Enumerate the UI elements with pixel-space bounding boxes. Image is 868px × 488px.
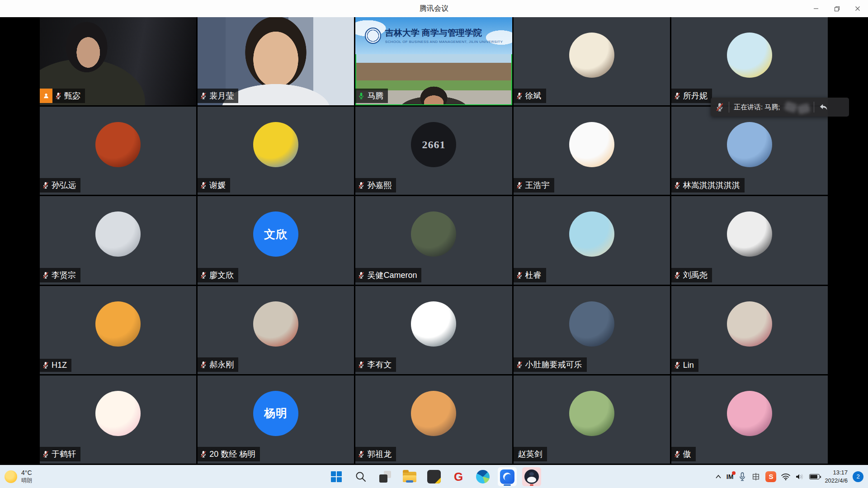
clock-date: 2022/4/6 (825, 477, 848, 485)
participant-namebar: 于鹤轩 (40, 447, 80, 461)
participant-tile[interactable]: 于鹤轩 (40, 375, 196, 464)
reply-arrow-button[interactable] (819, 103, 829, 112)
participant-avatar (95, 211, 141, 257)
participant-tile[interactable]: 吴健Cameron (355, 196, 512, 284)
participant-tile[interactable]: 吉林大学商学与管理学院SCHOOL OF BUSINESS AND MANAGE… (355, 17, 512, 105)
window-title: 腾讯会议 (420, 4, 448, 14)
edge-browser-button[interactable] (473, 467, 492, 486)
sogou-input-button[interactable]: S (765, 471, 776, 482)
participant-namebar: 徐斌 (514, 89, 546, 103)
participant-name: 杜睿 (525, 270, 542, 281)
participant-tile[interactable]: 杨明 20 数经 杨明 (198, 375, 354, 464)
participant-avatar (411, 301, 456, 347)
battery-button[interactable] (809, 474, 820, 479)
notes-app-button[interactable] (425, 467, 443, 486)
participant-avatar (253, 301, 298, 347)
participant-name: 小肚腩要戒可乐 (525, 359, 582, 370)
participant-avatar (727, 211, 772, 257)
close-icon (855, 6, 860, 11)
weather-desc: 晴朗 (21, 477, 32, 484)
participant-tile[interactable]: 郭祖龙 (355, 375, 512, 464)
participant-avatar (569, 211, 614, 257)
participant-tile[interactable]: 王浩宇 (514, 107, 670, 195)
hidden-icons-button[interactable] (715, 474, 722, 479)
wifi-button[interactable] (781, 473, 790, 480)
red-g-app-button[interactable]: G (449, 467, 468, 486)
restore-icon (834, 6, 840, 12)
tencent-meeting-app-button[interactable] (498, 467, 517, 486)
participant-tile[interactable]: H1Z (40, 286, 196, 374)
mic-muted-icon (42, 361, 49, 369)
participant-name: Lin (683, 361, 694, 370)
participant-name: 甄宓 (64, 90, 80, 101)
participant-namebar: 所丹妮 (671, 89, 712, 103)
participant-name: 林嵩淇淇淇淇淇 (683, 180, 740, 191)
participant-tile[interactable]: 林嵩淇淇淇淇淇 (671, 107, 828, 195)
participant-namebar: 王浩宇 (514, 178, 554, 192)
participant-tile[interactable]: 徐斌 (514, 17, 670, 105)
participant-tile[interactable]: 2661 孙嘉熙 (355, 107, 512, 195)
tencent-meeting-icon (500, 469, 514, 484)
mic-muted-icon (358, 182, 365, 189)
mic-muted-icon (42, 272, 49, 279)
close-button[interactable] (847, 0, 868, 17)
participant-tile[interactable]: 谢媛 (198, 107, 354, 195)
participant-avatar (253, 122, 298, 167)
mic-muted-icon (516, 361, 523, 368)
participant-tile[interactable]: 傲 (671, 375, 828, 464)
participant-avatar (95, 391, 141, 436)
participant-namebar: H1Z (40, 359, 71, 372)
mic-muted-icon (674, 361, 681, 369)
minimize-button[interactable] (806, 0, 826, 17)
restore-button[interactable] (826, 0, 847, 17)
participant-tile[interactable]: 小肚腩要戒可乐 (514, 286, 670, 374)
participant-name: 20 数经 杨明 (209, 449, 255, 460)
notification-count-badge[interactable]: 2 (853, 471, 863, 482)
mic-muted-icon (358, 361, 365, 368)
task-view-button[interactable] (376, 467, 395, 486)
volume-button[interactable] (795, 473, 804, 480)
minimize-icon (813, 6, 819, 11)
participant-avatar (569, 33, 614, 78)
tray-clock[interactable]: 13:17 2022/4/6 (825, 469, 848, 484)
participant-tile[interactable]: Lin (671, 286, 828, 374)
search-button[interactable] (351, 467, 370, 486)
microphone-in-use-button[interactable] (738, 472, 746, 481)
system-tray: IM S (715, 465, 863, 488)
participant-name: 吴健Cameron (367, 270, 417, 281)
volume-icon (795, 473, 804, 480)
participant-name: H1Z (52, 361, 67, 370)
input-method-icon (751, 472, 760, 481)
participant-tile[interactable]: 李贤宗 (40, 196, 196, 284)
mic-muted-icon (200, 361, 207, 368)
participant-tile[interactable]: 杜睿 (514, 196, 670, 284)
participant-tile[interactable]: 郝永刚 (198, 286, 354, 374)
start-button[interactable] (327, 467, 346, 486)
participant-tile[interactable]: 文欣 廖文欣 (198, 196, 354, 284)
sogou-s-icon: S (765, 471, 776, 482)
mic-muted-icon (42, 182, 49, 189)
participant-name: 孙嘉熙 (367, 180, 392, 191)
participant-tile[interactable]: 所丹妮 (671, 17, 828, 105)
participant-tile[interactable]: 刘禹尧 (671, 196, 828, 284)
mic-muted-icon (674, 450, 681, 458)
participant-name: 刘禹尧 (683, 270, 708, 281)
participant-tile[interactable]: 孙弘远 (40, 107, 196, 195)
qq-app-button[interactable] (522, 467, 541, 486)
participant-tile[interactable]: 裴月莹 (198, 17, 354, 105)
mic-muted-icon (55, 92, 62, 99)
participant-avatar (569, 391, 614, 436)
participant-namebar: 吴健Cameron (355, 268, 421, 282)
folder-icon (403, 472, 416, 482)
participant-avatar: 2661 (411, 122, 456, 167)
participant-name: 李有文 (367, 359, 392, 370)
banner-school-name: 商学与管理学院 (422, 28, 482, 38)
participant-tile[interactable]: 甄宓 (40, 17, 196, 105)
participant-tile[interactable]: 李有文 (355, 286, 512, 374)
file-explorer-button[interactable] (400, 467, 419, 486)
im-tray-button[interactable]: IM (726, 473, 734, 480)
weather-widget[interactable]: 4°C 晴朗 (5, 469, 32, 484)
input-method-button[interactable] (751, 472, 760, 481)
participant-tile[interactable]: 赵英剑 (514, 375, 670, 464)
clock-time: 13:17 (825, 469, 848, 477)
